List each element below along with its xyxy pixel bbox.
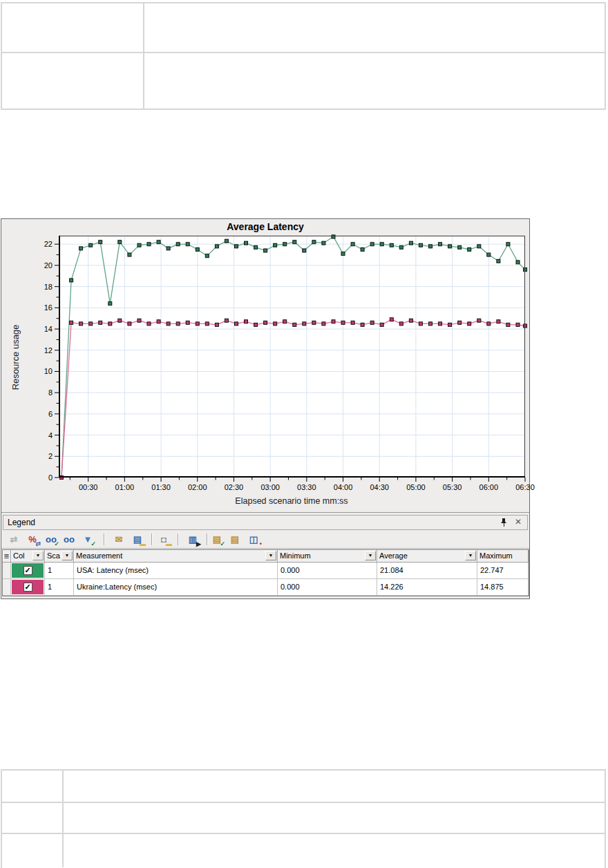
series-marker-ukraine	[429, 322, 433, 326]
y-tick-label: 22	[44, 240, 53, 248]
series-marker-ukraine	[176, 322, 180, 326]
x-tick-label: 03:30	[297, 483, 316, 491]
series-marker-usa	[458, 245, 462, 249]
maximum-cell: 22.747	[477, 563, 529, 579]
series-marker-ukraine	[322, 322, 325, 326]
column-header-label: Maximum	[479, 551, 513, 560]
x-tick-label: 02:00	[188, 483, 207, 491]
camera-icon[interactable]: ◘▬	[156, 534, 171, 546]
column-filter-dropdown[interactable]: ▼	[265, 551, 276, 560]
legend-panel-title: Legend	[8, 518, 35, 527]
table-cell	[62, 834, 605, 867]
gray-arrows-icon[interactable]: ⇄	[6, 534, 21, 546]
series-marker-ukraine	[370, 321, 374, 324]
column-header-average[interactable]: Average▼	[377, 550, 477, 563]
page-ruler-icon-badge: ▬	[140, 541, 146, 547]
column-filter-dropdown[interactable]: ▼	[365, 551, 376, 560]
maximum-cell: 14.875	[477, 579, 529, 596]
column-header-col[interactable]: Col▼	[11, 550, 45, 563]
series-line-usa	[61, 237, 525, 478]
series-marker-ukraine	[419, 322, 422, 326]
page-ruler-icon[interactable]: ▤▬	[130, 534, 145, 546]
series-marker-ukraine	[380, 323, 383, 326]
row-selector[interactable]	[3, 579, 11, 596]
average-cell: 21.084	[377, 563, 477, 579]
series-marker-ukraine	[245, 320, 248, 323]
list-icon: ≣	[3, 550, 10, 562]
series-marker-ukraine	[468, 322, 471, 326]
y-tick-label: 16	[44, 303, 53, 312]
series-marker-ukraine	[399, 322, 403, 326]
ruler-check-icon[interactable]: ▤✓	[209, 534, 225, 546]
series-marker-usa	[70, 279, 73, 282]
series-marker-ukraine	[497, 320, 500, 323]
column-filter-dropdown[interactable]: ▼	[32, 551, 44, 560]
column-header-measurement[interactable]: Measurement▼	[74, 550, 278, 563]
series-marker-usa	[167, 247, 170, 250]
series-marker-usa	[341, 252, 345, 256]
series-marker-ukraine	[186, 321, 189, 324]
minimum-cell: 0.000	[278, 563, 377, 579]
top-table	[1, 2, 606, 110]
close-icon[interactable]: ✕	[513, 517, 523, 527]
series-marker-usa	[128, 253, 131, 256]
series-marker-ukraine	[409, 319, 412, 322]
column-header-label: Average	[379, 551, 408, 560]
series-marker-usa	[108, 302, 112, 305]
row-selector-header[interactable]: ≣	[3, 550, 11, 563]
column-filter-dropdown[interactable]: ▼	[61, 551, 73, 560]
column-header-minimum[interactable]: Minimum▼	[278, 550, 377, 563]
series-marker-ukraine	[439, 322, 442, 326]
y-tick-label: 8	[48, 388, 53, 397]
series-marker-usa	[429, 245, 433, 248]
series-marker-ukraine	[516, 323, 520, 326]
latency-chart[interactable]: 024681012141618202200:3001:0001:3002:000…	[59, 236, 525, 478]
y-tick-label: 12	[44, 346, 53, 355]
scale-cell: 1	[45, 563, 74, 579]
series-marker-ukraine	[332, 320, 335, 323]
column-header-label: Measurement	[76, 551, 122, 560]
series-marker-usa	[137, 243, 141, 247]
percent-arrows-icon-badge: ⇄	[35, 541, 41, 547]
series-marker-usa	[215, 245, 218, 248]
series-marker-ukraine	[205, 322, 209, 326]
series-marker-usa	[235, 245, 238, 248]
document-page: Average Latency 024681012141618202200:30…	[0, 0, 608, 868]
pin-icon[interactable]	[500, 518, 508, 527]
measurement-row-usa[interactable]: ✓1USA: Latency (msec)0.00021.08422.747	[3, 563, 529, 579]
series-marker-usa	[245, 241, 248, 245]
series-line-ukraine	[61, 319, 525, 478]
glasses-check-icon[interactable]: oo✓	[44, 534, 59, 546]
chart-plot-area[interactable]: 024681012141618202200:3001:0001:3002:000…	[59, 236, 525, 478]
ruler-icon[interactable]: ▤	[227, 534, 243, 546]
series-marker-usa	[477, 245, 481, 248]
filter-check-icon[interactable]: ▼✓	[80, 534, 95, 546]
series-visibility-checkbox[interactable]: ✓	[23, 583, 32, 592]
column-filter-dropdown[interactable]: ▼	[465, 551, 476, 560]
series-marker-usa	[79, 247, 83, 250]
y-tick-label: 0	[48, 473, 53, 482]
y-tick-label: 4	[48, 431, 53, 440]
camera-icon-badge: ▬	[166, 541, 172, 547]
scale-cell: 1	[45, 579, 74, 596]
percent-arrows-icon[interactable]: %⇄	[25, 534, 40, 546]
envelope-icon[interactable]: ✉	[111, 534, 126, 546]
series-marker-ukraine	[477, 319, 481, 322]
row-selector[interactable]	[3, 563, 11, 579]
column-header-sca[interactable]: Sca▼	[45, 550, 74, 563]
y-axis-label: Resource usage	[10, 305, 21, 409]
columns-pointer-icon[interactable]: ▥▶	[185, 534, 200, 546]
series-marker-ukraine	[283, 320, 287, 323]
grid-settings-icon[interactable]: ◫•	[246, 534, 261, 546]
table-row	[2, 52, 605, 108]
series-marker-ukraine	[361, 323, 364, 326]
column-header-maximum[interactable]: Maximum	[477, 550, 529, 563]
measurement-row-ukraine[interactable]: ✓1Ukraine:Latency (msec)0.00014.22614.87…	[3, 579, 529, 596]
table-cell	[143, 3, 605, 52]
legend-panel-header: Legend ✕	[3, 515, 528, 530]
x-tick-label: 06:30	[515, 483, 535, 491]
table-cell	[143, 53, 605, 108]
series-visibility-checkbox[interactable]: ✓	[23, 566, 32, 575]
series-marker-usa	[147, 243, 151, 246]
glasses-icon[interactable]: oo	[61, 534, 77, 546]
